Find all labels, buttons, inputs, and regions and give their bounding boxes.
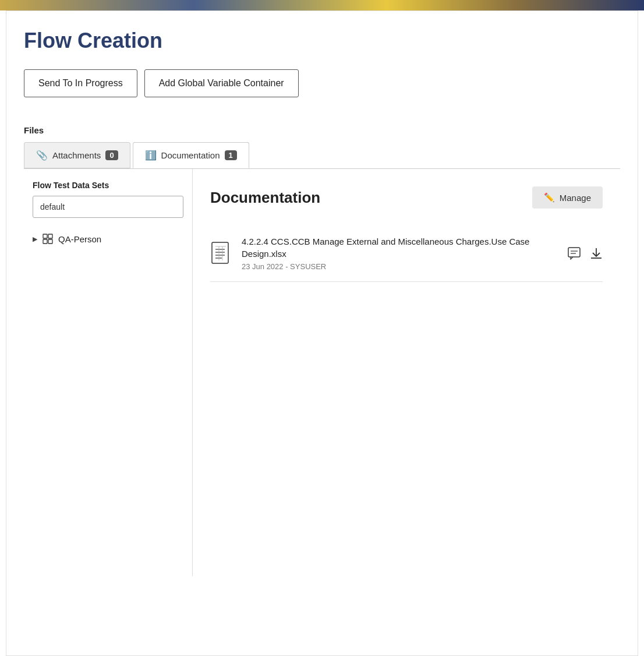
info-icon: ℹ️ — [145, 150, 157, 161]
tabs-row: 📎 Attachments 0 ℹ️ Documentation 1 — [24, 142, 620, 168]
manage-label: Manage — [560, 193, 591, 203]
files-section: Files 📎 Attachments 0 ℹ️ Documentation 1 — [6, 125, 638, 168]
doc-title: Documentation — [210, 189, 320, 207]
add-global-variable-container-button[interactable]: Add Global Variable Container — [144, 69, 299, 97]
page-title: Flow Creation — [24, 29, 620, 53]
tab-attachments[interactable]: 📎 Attachments 0 — [24, 142, 130, 168]
paperclip-icon: 📎 — [36, 150, 48, 161]
grid-icon — [42, 233, 54, 245]
svg-rect-3 — [48, 239, 52, 244]
flow-test-label: Flow Test Data Sets — [24, 181, 192, 196]
manage-button[interactable]: ✏️ Manage — [532, 186, 603, 209]
files-label: Files — [24, 125, 620, 135]
file-info: 4.2.2.4 CCS.CCB Manage External and Misc… — [242, 235, 560, 271]
tab-documentation-label: Documentation — [161, 150, 220, 160]
doc-header: Documentation ✏️ Manage — [210, 186, 603, 209]
tab-documentation[interactable]: ℹ️ Documentation 1 — [133, 142, 249, 168]
svg-rect-4 — [212, 242, 228, 263]
page-header: Flow Creation Send To In Progress Add Gl… — [6, 11, 638, 125]
attachments-badge: 0 — [105, 150, 118, 160]
svg-rect-0 — [43, 234, 47, 238]
tree-arrow-icon: ▶ — [33, 235, 37, 243]
left-panel: Flow Test Data Sets ▶ QA-Person — [24, 169, 193, 576]
content-area: Flow Test Data Sets ▶ QA-Person — [24, 168, 620, 576]
svg-rect-1 — [48, 234, 52, 238]
file-actions — [568, 247, 603, 260]
documentation-badge: 1 — [225, 150, 237, 160]
file-icon — [210, 242, 233, 265]
right-panel: Documentation ✏️ Manage — [193, 169, 620, 576]
tab-attachments-label: Attachments — [52, 150, 101, 160]
file-item: 4.2.2.4 CCS.CCB Manage External and Misc… — [210, 225, 603, 282]
top-banner — [0, 0, 644, 10]
svg-rect-12 — [568, 248, 580, 257]
tree-item-qa-person[interactable]: ▶ QA-Person — [24, 227, 192, 251]
file-meta: 23 Jun 2022 - SYSUSER — [242, 262, 560, 271]
comment-button[interactable] — [568, 247, 581, 260]
send-to-in-progress-button[interactable]: Send To In Progress — [24, 69, 137, 97]
pencil-icon: ✏️ — [544, 192, 555, 203]
action-buttons: Send To In Progress Add Global Variable … — [24, 69, 620, 97]
main-container: Flow Creation Send To In Progress Add Gl… — [6, 10, 638, 656]
download-button[interactable] — [590, 247, 603, 260]
svg-rect-2 — [43, 239, 47, 244]
flow-test-input[interactable] — [33, 196, 183, 218]
tree-item-label: QA-Person — [58, 234, 101, 244]
file-name: 4.2.2.4 CCS.CCB Manage External and Misc… — [242, 235, 560, 260]
